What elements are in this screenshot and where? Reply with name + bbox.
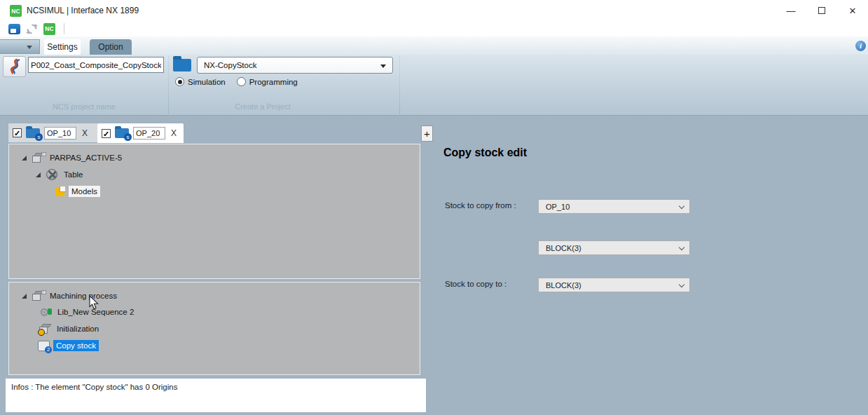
ncsimul-logo-icon <box>7 58 22 75</box>
quick-access-toolbar: NC <box>0 21 868 36</box>
machine-tree-panel: PARPAS_ACTIVE-5 Table Models <box>8 144 420 279</box>
ncsimul-logo-button[interactable] <box>3 56 26 77</box>
tree-item-label: Machining process <box>47 290 120 301</box>
tab-option[interactable]: Option <box>90 39 132 55</box>
status-info-text: Infos : The element "Copy stock" has 0 O… <box>11 383 177 391</box>
copy-stock-icon: 2 <box>38 341 50 351</box>
tree-item-copy-stock[interactable]: 2 Copy stock <box>38 338 99 353</box>
info-icon[interactable]: i <box>855 41 866 51</box>
tree-item-label: PARPAS_ACTIVE-5 <box>47 152 125 163</box>
file-menu-dropdown[interactable] <box>0 39 40 54</box>
folder-icon[interactable] <box>173 59 191 72</box>
tree-item-machining-process[interactable]: Machining process <box>22 288 120 304</box>
chevron-down-icon <box>679 203 684 209</box>
stock-tab-op10[interactable]: ✓ s X <box>8 123 97 142</box>
expander-icon[interactable] <box>22 294 27 299</box>
stock-folder-icon: s <box>26 128 40 138</box>
stock-copy-from-block-dropdown[interactable]: BLOCK(3) <box>538 240 690 255</box>
title-bar: NC NCSIMUL | Interface NX 1899 — ✕ <box>0 0 868 21</box>
expander-icon[interactable] <box>36 172 41 177</box>
process-cube-icon <box>32 291 43 301</box>
maximize-icon <box>818 7 825 14</box>
stock-copy-from-label: Stock to copy from : <box>445 201 516 210</box>
expander-icon[interactable] <box>22 156 27 161</box>
group-label-ncs-project-name: NCS project name <box>0 102 168 111</box>
mode-radio-group: Simulation Programming <box>175 77 298 86</box>
stock-copy-from-value: OP_10 <box>546 203 570 211</box>
interface-type-value: NX-CopyStock <box>204 61 256 69</box>
stock-copy-to-label: Stock to copy to : <box>445 280 507 288</box>
copy-stock-badge: 2 <box>45 346 52 353</box>
refresh-icon[interactable] <box>26 23 38 35</box>
tree-item-table[interactable]: Table <box>36 167 86 182</box>
radio-programming-label: Programming <box>249 78 298 86</box>
chevron-down-icon <box>679 282 684 287</box>
ribbon-settings-panel: NX-CopyStock Simulation Programming NCS … <box>0 55 868 116</box>
maximize-button[interactable] <box>806 0 837 21</box>
add-stock-tab-button[interactable]: + <box>421 125 433 142</box>
tree-item-label: Initialization <box>54 323 102 334</box>
machine-cube-icon <box>32 153 43 163</box>
stock-tab-op20-close-button[interactable]: X <box>170 128 178 138</box>
mouse-cursor <box>89 295 99 310</box>
toolbar-separator <box>64 23 64 34</box>
stock-tab-op20[interactable]: ✓ s X <box>97 123 184 143</box>
stock-tab-op20-name-input[interactable] <box>133 127 165 140</box>
process-tree-panel: Machining process ⚙ Lib_New Sequence 2 I… <box>8 282 420 375</box>
radio-simulation-label: Simulation <box>188 78 226 86</box>
chevron-down-icon <box>27 46 32 49</box>
ribbon-group-separator <box>399 55 400 114</box>
stock-folder-badge: s <box>124 133 132 141</box>
project-name-input[interactable] <box>28 57 164 73</box>
close-button[interactable]: ✕ <box>837 0 868 21</box>
radio-simulation[interactable]: Simulation <box>175 77 226 86</box>
tree-item-parpas[interactable]: PARPAS_ACTIVE-5 <box>22 150 125 165</box>
table-axis-icon <box>46 169 57 180</box>
tree-item-lib-new-sequence[interactable]: ⚙ Lib_New Sequence 2 <box>39 304 137 320</box>
tree-item-label: Models <box>69 186 100 197</box>
interface-type-dropdown[interactable]: NX-CopyStock <box>197 57 393 74</box>
status-info-bar: Infos : The element "Copy stock" has 0 O… <box>6 379 426 412</box>
initialization-icon <box>39 324 50 334</box>
window-controls: — ✕ <box>776 0 868 21</box>
radio-programming[interactable]: Programming <box>237 77 298 86</box>
stock-tab-op10-close-button[interactable]: X <box>81 128 89 138</box>
tree-item-label: Copy stock <box>53 340 99 351</box>
group-label-create-a-project: Create a Project <box>168 102 357 111</box>
stock-copy-from-dropdown[interactable]: OP_10 <box>538 199 690 214</box>
minimize-button[interactable]: — <box>776 0 806 21</box>
tree-item-initialization[interactable]: Initialization <box>39 321 102 336</box>
tree-item-label: Table <box>61 169 86 180</box>
stock-copy-to-value: BLOCK(3) <box>546 281 581 290</box>
stock-tab-op10-name-input[interactable] <box>44 127 76 140</box>
models-icon <box>55 186 65 197</box>
stock-folder-icon: s <box>115 128 129 138</box>
chevron-down-icon <box>679 245 684 250</box>
stock-copy-from-block-value: BLOCK(3) <box>546 244 581 252</box>
nc-tool-icon[interactable]: NC <box>43 23 55 35</box>
gear-green-marker <box>48 308 52 315</box>
window-title: NCSIMUL | Interface NX 1899 <box>27 0 139 21</box>
tree-item-models[interactable]: Models <box>53 184 100 199</box>
sequence-gear-icon: ⚙ <box>39 306 51 318</box>
edit-panel-title: Copy stock edit <box>443 147 527 159</box>
stock-copy-to-dropdown[interactable]: BLOCK(3) <box>538 278 690 292</box>
radio-simulation-circle <box>175 77 184 86</box>
stock-tab-op20-checkbox[interactable]: ✓ <box>102 129 111 138</box>
stock-tab-op10-checkbox[interactable]: ✓ <box>13 128 22 137</box>
chevron-down-icon <box>380 64 386 68</box>
app-logo-icon: NC <box>10 5 22 17</box>
save-icon[interactable] <box>8 24 20 34</box>
radio-programming-circle <box>237 77 246 86</box>
stock-folder-badge: s <box>35 133 43 141</box>
tab-settings[interactable]: Settings <box>44 39 81 55</box>
